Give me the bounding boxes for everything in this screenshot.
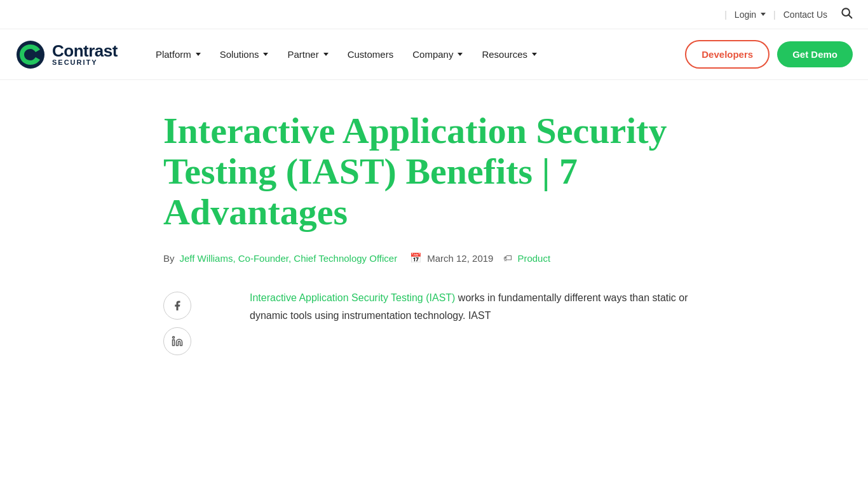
nav-platform[interactable]: Platform — [148, 44, 208, 65]
solutions-chevron-icon — [263, 53, 268, 56]
article-body: Interactive Application Security Testing… — [250, 289, 705, 355]
article-content-row: Interactive Application Security Testing… — [163, 289, 705, 355]
separator2: | — [773, 10, 776, 20]
date-icon: 📅 — [410, 252, 422, 264]
svg-rect-3 — [173, 340, 175, 346]
platform-chevron-icon — [196, 53, 201, 56]
article-title: Interactive Application Security Testing… — [163, 111, 705, 232]
iast-link[interactable]: Interactive Application Security Testing… — [250, 292, 455, 303]
facebook-share-button[interactable] — [163, 292, 191, 320]
article-meta: By Jeff Williams, Co-Founder, Chief Tech… — [163, 252, 705, 264]
logo-security-text: SECURITY — [52, 59, 118, 66]
company-chevron-icon — [458, 53, 463, 56]
svg-line-1 — [849, 15, 852, 18]
main-navigation: Contrast SECURITY Platform Solutions Par… — [0, 29, 868, 80]
tag-link[interactable]: Product — [517, 253, 550, 264]
resources-chevron-icon — [532, 53, 537, 56]
nav-company[interactable]: Company — [405, 44, 470, 65]
nav-solutions[interactable]: Solutions — [212, 44, 276, 65]
partner-chevron-icon — [323, 53, 329, 56]
nav-customers[interactable]: Customers — [340, 44, 402, 65]
tag-icon: 🏷 — [503, 253, 512, 263]
search-icon[interactable] — [840, 6, 853, 22]
developers-button[interactable]: Developers — [685, 40, 770, 69]
get-demo-button[interactable]: Get Demo — [777, 41, 853, 67]
nav-cta-group: Developers Get Demo — [685, 40, 853, 69]
linkedin-icon — [172, 336, 183, 347]
contact-us-link[interactable]: Contact Us — [783, 10, 827, 20]
top-bar: | Login | Contact Us — [0, 0, 868, 29]
linkedin-share-button[interactable] — [163, 327, 191, 355]
by-label: By — [163, 253, 175, 264]
nav-resources[interactable]: Resources — [474, 44, 545, 65]
logo-contrast-text: Contrast — [52, 43, 118, 59]
logo-icon — [15, 39, 46, 70]
login-button[interactable]: Login — [735, 10, 766, 20]
nav-partner[interactable]: Partner — [280, 44, 336, 65]
author-link[interactable]: Jeff Williams, Co-Founder, Chief Technol… — [180, 253, 398, 264]
social-column — [163, 289, 191, 355]
login-label: Login — [735, 10, 756, 20]
nav-links: Platform Solutions Partner Customers Com… — [148, 44, 685, 65]
facebook-icon — [172, 300, 183, 311]
svg-point-4 — [173, 337, 175, 339]
content-area: Interactive Application Security Testing… — [148, 80, 720, 381]
separator: | — [724, 10, 727, 20]
logo-link[interactable]: Contrast SECURITY — [15, 39, 118, 70]
article-date: March 12, 2019 — [427, 253, 493, 264]
login-chevron-icon — [761, 13, 766, 16]
logo-text: Contrast SECURITY — [52, 43, 118, 66]
